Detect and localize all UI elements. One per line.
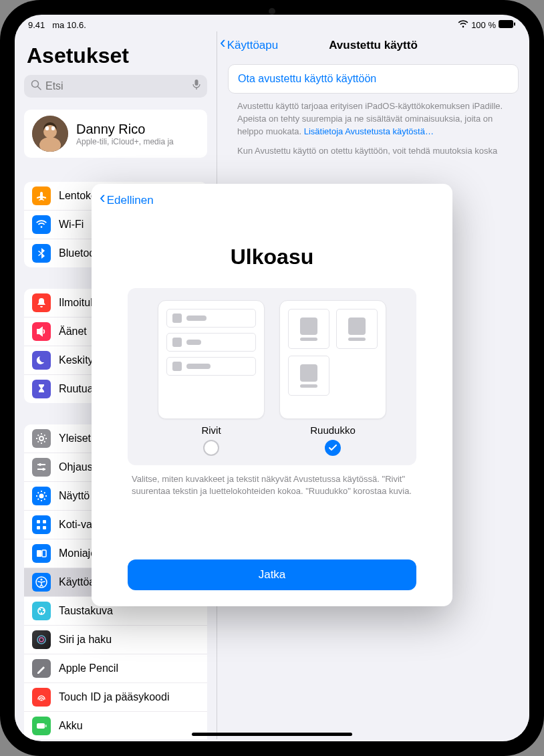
date: ma 10.6.: [52, 20, 86, 30]
grid-preview: [279, 300, 386, 419]
moon-icon: [32, 351, 51, 370]
svg-line-24: [38, 499, 39, 500]
svg-line-23: [44, 499, 45, 500]
svg-point-17: [39, 494, 44, 499]
detail-back-label: Käyttöapu: [227, 39, 279, 52]
svg-point-16: [42, 468, 45, 471]
svg-point-14: [39, 463, 41, 466]
detail-description-2: Kun Avustettu käyttö on otettu käyttöön,…: [228, 138, 519, 158]
svg-rect-30: [37, 550, 41, 557]
wallpaper-icon: [32, 602, 51, 620]
continue-button[interactable]: Jatka: [128, 559, 416, 590]
appearance-modal: Edellinen Ulkoasu Rivit: [92, 184, 452, 606]
svg-rect-26: [37, 520, 40, 523]
user-subtitle: Apple-tili, iCloud+, media ja: [76, 137, 174, 146]
sidebar-item-label: Apple Pencil: [59, 662, 118, 674]
svg-rect-27: [43, 520, 46, 523]
grid-label: Ruudukko: [310, 424, 356, 436]
status-left: 9.41 ma 10.6.: [28, 20, 86, 30]
enable-assistive-access-button[interactable]: Ota avustettu käyttö käyttöön: [228, 64, 519, 94]
sidebar-item-label: Akku: [59, 720, 83, 732]
layout-helper-text: Valitse, miten kuvakkeet ja tekstit näky…: [92, 465, 452, 497]
bluetooth-icon: [32, 244, 51, 263]
modal-back-label: Edellinen: [107, 194, 154, 207]
bell-icon: [32, 293, 51, 312]
status-bar: 9.41 ma 10.6. 100 %: [15, 15, 529, 31]
search-input[interactable]: [45, 80, 188, 92]
home-indicator[interactable]: [192, 733, 352, 736]
grid-radio[interactable]: [325, 440, 341, 456]
svg-rect-29: [43, 526, 46, 529]
detail-nav: Käyttöapu Avustettu käyttö: [217, 35, 529, 57]
sidebar-item-label: Äänet: [59, 326, 87, 338]
wifi-icon: [458, 20, 468, 30]
ipad-device-frame: 9.41 ma 10.6. 100 % Asetukset: [0, 0, 544, 756]
search-icon: [31, 80, 41, 93]
battery-pct: 100 %: [471, 20, 496, 30]
rows-preview: [158, 300, 265, 419]
modal-title: Ulkoasu: [92, 245, 452, 269]
mic-icon[interactable]: [192, 80, 200, 93]
chevron-left-icon: [220, 38, 226, 52]
wifi-icon: [32, 215, 51, 234]
siri-icon: [32, 630, 51, 649]
svg-rect-11: [51, 126, 55, 130]
avatar: [32, 116, 68, 152]
front-camera: [269, 8, 275, 15]
svg-point-12: [39, 436, 43, 440]
layout-option-grid[interactable]: Ruudukko: [279, 300, 386, 456]
modal-back-button[interactable]: Edellinen: [92, 193, 452, 207]
sidebar-item-label: Touch ID ja pääsykoodi: [59, 691, 169, 703]
accessibility-icon: [32, 573, 51, 592]
grid-icon: [32, 515, 51, 534]
svg-rect-31: [42, 550, 46, 557]
svg-rect-40: [37, 723, 45, 729]
svg-point-9: [43, 125, 57, 138]
sidebar-item-label: Wi-Fi: [59, 219, 84, 231]
svg-line-22: [38, 493, 39, 494]
sidebar-item-label: Yleiset: [59, 432, 91, 445]
battery-icon: [32, 717, 51, 735]
sidebar-item-label: Keskity: [59, 354, 94, 366]
multitask-icon: [32, 544, 51, 563]
sun-icon: [32, 487, 51, 505]
search-field[interactable]: [24, 75, 207, 98]
touchid-icon: [32, 688, 51, 707]
user-info: Danny Rico Apple-tili, iCloud+, media ja: [76, 122, 174, 146]
chevron-left-icon: [100, 193, 106, 207]
svg-rect-1: [514, 23, 515, 26]
svg-rect-0: [499, 20, 513, 28]
sidebar-item-label: Taustakuva: [59, 605, 113, 617]
svg-line-25: [44, 493, 45, 494]
svg-point-33: [40, 578, 42, 580]
clock: 9.41: [28, 20, 45, 30]
learn-more-link[interactable]: Lisätietoja Avustetusta käytöstä…: [304, 126, 434, 136]
svg-rect-41: [45, 725, 47, 727]
svg-rect-28: [37, 526, 40, 529]
svg-point-38: [37, 636, 45, 644]
airplane-icon: [32, 186, 51, 205]
sidebar-item-label: Siri ja haku: [59, 634, 112, 646]
sidebar-item-touchid[interactable]: Touch ID ja pääsykoodi: [24, 683, 207, 712]
svg-point-39: [39, 638, 43, 642]
user-name: Danny Rico: [76, 122, 174, 137]
detail-body: Ota avustettu käyttö käyttöön Avustettu …: [217, 57, 529, 164]
layout-option-rows[interactable]: Rivit: [158, 300, 265, 456]
detail-back-button[interactable]: Käyttöapu: [220, 38, 278, 52]
svg-line-3: [38, 87, 41, 90]
svg-rect-4: [195, 80, 198, 86]
rows-label: Rivit: [201, 424, 221, 436]
sidebar-item-battery[interactable]: Akku: [24, 712, 207, 739]
rows-radio[interactable]: [203, 440, 219, 456]
pencil-icon: [32, 659, 51, 678]
speaker-icon: [32, 322, 51, 341]
apple-account-row[interactable]: Danny Rico Apple-tili, iCloud+, media ja: [24, 110, 207, 158]
layout-choice-panel: Rivit Ruudukko: [128, 288, 416, 465]
svg-rect-10: [45, 126, 49, 130]
svg-point-37: [41, 612, 42, 614]
hourglass-icon: [32, 380, 51, 398]
sidebar-item-siri[interactable]: Siri ja haku: [24, 626, 207, 654]
sidebar-item-pencil[interactable]: Apple Pencil: [24, 654, 207, 683]
detail-title: Avustettu käyttö: [329, 39, 418, 52]
screen: 9.41 ma 10.6. 100 % Asetukset: [15, 15, 529, 741]
